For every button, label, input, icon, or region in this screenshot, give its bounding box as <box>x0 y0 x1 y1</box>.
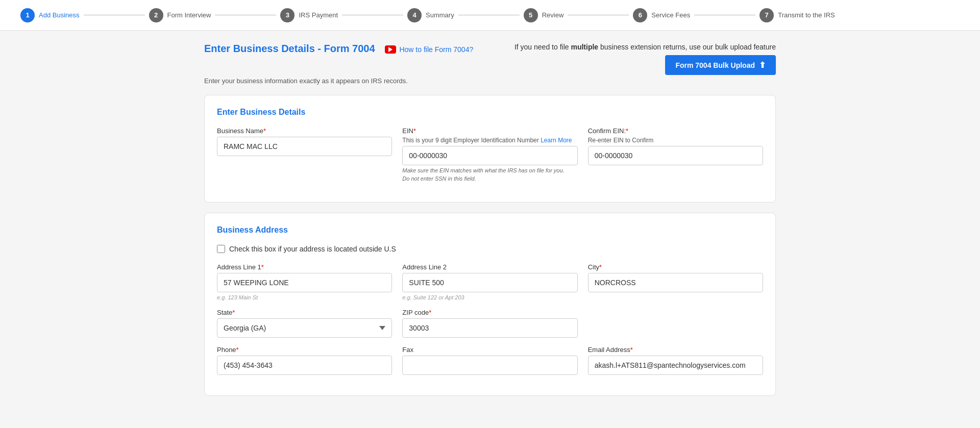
step-7-label: Transmit to the IRS <box>778 11 835 19</box>
confirm-ein-hint: Re-enter EIN to Confirm <box>588 137 763 144</box>
empty-col <box>588 309 763 338</box>
page-subtitle: Enter your business information exactly … <box>204 77 776 85</box>
step-5[interactable]: 5 Review <box>524 8 564 22</box>
email-label: Email Address* <box>588 346 763 354</box>
business-name-group: Business Name* <box>217 127 392 182</box>
fax-group: Fax <box>402 346 577 375</box>
step-6-circle: 6 <box>633 8 647 22</box>
email-required: * <box>630 346 633 354</box>
page-header: Enter Business Details - Form 7004 How t… <box>204 43 776 75</box>
phone-input[interactable] <box>217 356 392 375</box>
outside-us-row: Check this box if your address is locate… <box>217 245 763 253</box>
zip-required: * <box>429 309 431 316</box>
ein-warning2: Do not enter SSN in this field. <box>402 175 577 182</box>
address1-required: * <box>261 263 264 271</box>
connector-5 <box>568 15 629 15</box>
phone-label: Phone* <box>217 346 392 354</box>
bulk-upload-button[interactable]: Form 7004 Bulk Upload ⬆ <box>665 55 776 75</box>
ein-group: EIN* This is your 9 digit Employer Ident… <box>402 127 577 182</box>
step-7-circle: 7 <box>760 8 774 22</box>
address1-group: Address Line 1* e.g. 123 Main St <box>217 263 392 300</box>
address-row-3: Phone* Fax Email Address* <box>217 346 763 375</box>
connector-4 <box>458 15 520 15</box>
state-label: State* <box>217 309 392 316</box>
step-1-label: Add Business <box>39 11 80 19</box>
state-required: * <box>232 309 235 316</box>
address1-label: Address Line 1* <box>217 263 392 271</box>
address2-group: Address Line 2 e.g. Suite 122 or Apt 203 <box>402 263 577 300</box>
ein-label: EIN* <box>402 127 577 135</box>
address-row-2: State* Georgia (GA) ZIP code* <box>217 309 763 338</box>
step-4-circle: 4 <box>407 8 422 22</box>
zip-input[interactable] <box>402 318 577 338</box>
confirm-ein-label: Confirm EIN:* <box>588 127 763 135</box>
step-6-label: Service Fees <box>651 11 690 19</box>
how-to-link[interactable]: How to file Form 7004? <box>385 45 473 54</box>
phone-required: * <box>236 346 239 354</box>
ein-hint: This is your 9 digit Employer Identifica… <box>402 137 577 144</box>
step-2-label: Form Interview <box>167 11 211 19</box>
address2-label: Address Line 2 <box>402 263 577 271</box>
connector-3 <box>342 15 403 15</box>
step-1[interactable]: 1 Add Business <box>20 8 80 22</box>
city-group: City* <box>588 263 763 300</box>
confirm-ein-group: Confirm EIN:* Re-enter EIN to Confirm <box>588 127 763 182</box>
outside-us-label[interactable]: Check this box if your address is locate… <box>229 245 396 253</box>
city-required: * <box>599 263 602 271</box>
email-input[interactable] <box>588 356 763 375</box>
upload-icon: ⬆ <box>759 60 766 70</box>
business-name-input[interactable] <box>217 137 392 156</box>
bulk-upload-label: Form 7004 Bulk Upload <box>675 61 755 69</box>
zip-label: ZIP code* <box>402 309 577 316</box>
address2-placeholder: e.g. Suite 122 or Apt 203 <box>402 294 577 300</box>
step-3-circle: 3 <box>280 8 295 22</box>
youtube-icon <box>385 45 396 54</box>
address-row-1: Address Line 1* e.g. 123 Main St Address… <box>217 263 763 300</box>
step-3[interactable]: 3 IRS Payment <box>280 8 338 22</box>
ein-required: * <box>413 127 416 135</box>
fax-input[interactable] <box>402 356 577 375</box>
step-5-circle: 5 <box>524 8 538 22</box>
business-details-title: Enter Business Details <box>217 108 763 117</box>
step-4-label: Summary <box>426 11 454 19</box>
address1-input[interactable] <box>217 273 392 292</box>
step-7[interactable]: 7 Transmit to the IRS <box>760 8 835 22</box>
main-content: Enter Business Details - Form 7004 How t… <box>184 31 796 418</box>
step-5-label: Review <box>542 11 564 19</box>
address2-input[interactable] <box>402 273 577 292</box>
step-1-circle: 1 <box>20 8 35 22</box>
zip-group: ZIP code* <box>402 309 577 338</box>
state-group: State* Georgia (GA) <box>217 309 392 338</box>
ein-input[interactable] <box>402 146 577 165</box>
confirm-ein-input[interactable] <box>588 146 763 165</box>
ein-learn-more-link[interactable]: Learn More <box>541 137 572 144</box>
business-name-required: * <box>263 127 266 135</box>
header-right: If you need to file multiple business ex… <box>514 43 776 75</box>
connector-1 <box>84 15 145 15</box>
ein-warning1: Make sure the EIN matches with what the … <box>402 167 577 173</box>
step-6[interactable]: 6 Service Fees <box>633 8 690 22</box>
bulk-upload-text: If you need to file multiple business ex… <box>514 43 776 51</box>
business-address-card: Business Address Check this box if your … <box>204 213 776 396</box>
city-input[interactable] <box>588 273 763 292</box>
how-to-label: How to file Form 7004? <box>399 45 473 54</box>
header-left: Enter Business Details - Form 7004 How t… <box>204 43 473 55</box>
connector-6 <box>694 15 755 15</box>
progress-bar: 1 Add Business 2 Form Interview 3 IRS Pa… <box>0 0 980 31</box>
state-select[interactable]: Georgia (GA) <box>217 318 392 338</box>
outside-us-checkbox[interactable] <box>217 245 225 253</box>
confirm-ein-required: * <box>626 127 628 135</box>
step-4[interactable]: 4 Summary <box>407 8 454 22</box>
address1-placeholder: e.g. 123 Main St <box>217 294 392 300</box>
step-2[interactable]: 2 Form Interview <box>149 8 211 22</box>
email-group: Email Address* <box>588 346 763 375</box>
business-details-card: Enter Business Details Business Name* EI… <box>204 95 776 203</box>
step-2-circle: 2 <box>149 8 163 22</box>
business-address-title: Business Address <box>217 225 763 235</box>
business-name-label: Business Name* <box>217 127 392 135</box>
phone-group: Phone* <box>217 346 392 375</box>
business-details-row: Business Name* EIN* This is your 9 digit… <box>217 127 763 182</box>
connector-2 <box>215 15 276 15</box>
step-3-label: IRS Payment <box>299 11 338 19</box>
fax-label: Fax <box>402 346 577 354</box>
